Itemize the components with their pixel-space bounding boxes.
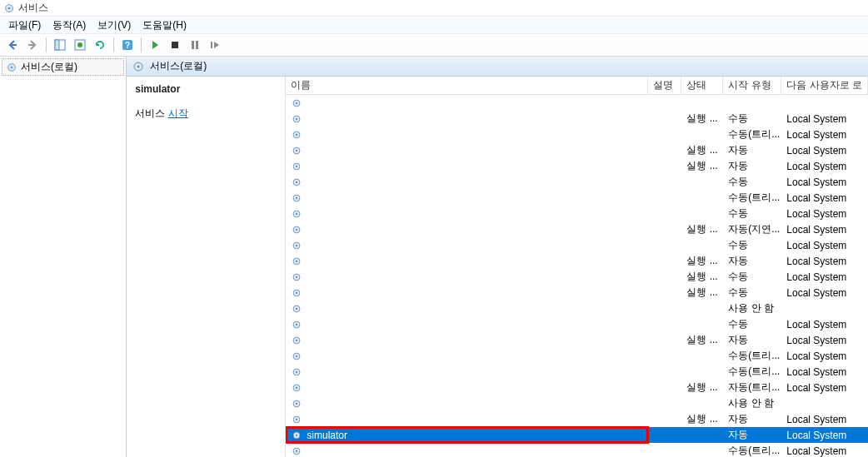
service-row[interactable]: 사용 안 함 [286,395,868,411]
tree-item-services-local[interactable]: 서비스(로컬) [2,58,124,76]
service-status-cell [681,95,723,111]
service-startup-cell: 자동 [723,427,781,443]
column-header-status[interactable]: 상태 [681,77,723,94]
svg-point-15 [137,65,140,67]
service-startup-cell: 수동(트리... [723,127,781,142]
service-row[interactable]: 사용 안 함 [286,301,868,316]
window-title: 서비스 [18,1,48,15]
service-desc-cell [648,364,681,380]
service-status-cell: 실행 ... [681,111,723,127]
service-row[interactable] [286,95,868,111]
svg-rect-8 [172,42,178,48]
service-row[interactable]: 실행 ...자동Local System [286,253,868,269]
menu-file[interactable]: 파일(F) [3,17,46,33]
service-row[interactable]: 실행 ...자동(지연...Local System [286,221,868,237]
service-desc-cell [648,158,681,174]
menu-help[interactable]: 도움말(H) [137,17,192,33]
main-header-label: 서비스(로컬) [150,59,207,73]
svg-point-13 [11,66,13,68]
gear-icon [291,287,302,299]
gear-icon [291,145,302,156]
svg-point-59 [296,434,297,435]
toolbar-restart[interactable] [206,36,224,54]
service-row[interactable]: 실행 ...수동Local System [286,285,868,301]
service-logon-cell: Local System [781,237,868,253]
service-logon-cell: Local System [781,190,868,206]
svg-point-45 [296,323,297,325]
service-row[interactable]: 수동Local System [286,174,868,190]
service-status-cell [681,127,723,142]
start-link[interactable]: 시작 [168,107,188,119]
service-row[interactable]: 실행 ...수동Local System [286,111,868,127]
toolbar-start[interactable] [146,36,164,54]
service-status-cell: 실행 ... [681,411,723,427]
toolbar-stop[interactable] [166,36,184,54]
service-logon-cell: Local System [781,364,868,380]
service-row-selected[interactable]: simulator자동Local System [286,427,868,443]
service-desc-cell [648,427,681,443]
gear-icon [291,113,302,125]
service-desc-cell [648,221,681,237]
service-desc-cell [648,95,681,111]
service-row[interactable]: 수동Local System [286,316,868,332]
title-bar: 서비스 [0,0,868,17]
menu-action[interactable]: 동작(A) [47,17,91,33]
column-header-name[interactable]: 이름 [286,77,648,94]
service-row[interactable]: 수동(트리...Local System [286,348,868,364]
service-row[interactable]: 실행 ...자동(트리...Local System [286,380,868,395]
gear-icon [291,382,302,394]
toolbar-refresh[interactable] [91,36,109,54]
service-desc-cell [648,380,681,395]
service-list[interactable]: 실행 ...수동Local System수동(트리...Local System… [286,95,868,457]
service-desc-cell [648,253,681,269]
service-row[interactable]: 실행 ...자동Local System [286,411,868,427]
service-desc-cell [648,190,681,206]
service-desc-cell [648,301,681,316]
service-logon-cell [781,95,868,111]
service-desc-cell [648,237,681,253]
column-header-description[interactable]: 설명 [648,77,681,94]
content-area: 서비스(로컬) 서비스(로컬) simulator 서비스 시작 이름 설명 [0,57,868,457]
service-startup-cell: 수동 [723,285,781,301]
service-row[interactable]: 수동Local System [286,206,868,221]
service-row[interactable]: 수동Local System [286,237,868,253]
service-row[interactable]: 수동(트리...Local System [286,190,868,206]
svg-point-1 [8,7,11,9]
toolbar-pause[interactable] [186,36,204,54]
detail-actions: 서비스 시작 [135,107,277,121]
svg-point-5 [77,42,82,47]
column-header-logon[interactable]: 다음 사용자로 로 [781,77,868,94]
svg-rect-3 [55,40,59,50]
service-startup-cell: 수동 [723,174,781,190]
service-startup-cell: 수동 [723,237,781,253]
service-row[interactable]: 실행 ...자동Local System [286,158,868,174]
service-status-cell: 실행 ... [681,285,723,301]
toolbar-show-hide-tree[interactable] [51,36,69,54]
menu-view[interactable]: 보기(V) [92,17,136,33]
service-desc-cell [648,127,681,142]
svg-point-37 [296,260,297,261]
service-row[interactable]: 수동(트리...Local System [286,443,868,457]
svg-rect-9 [192,41,194,49]
service-logon-cell: Local System [781,427,868,443]
service-name-cell: simulator [307,430,347,441]
menu-bar: 파일(F) 동작(A) 보기(V) 도움말(H) [0,17,868,33]
service-row[interactable]: 수동(트리...Local System [286,127,868,142]
service-row[interactable]: 실행 ...자동Local System [286,142,868,158]
toolbar-export-list[interactable] [71,36,89,54]
service-startup-cell: 수동(트리... [723,364,781,380]
toolbar-help[interactable]: ? [118,36,137,54]
toolbar-forward[interactable] [23,36,42,54]
service-row[interactable]: 실행 ...자동Local System [286,332,868,348]
service-status-cell [681,301,723,316]
service-desc-cell [648,395,681,411]
service-row[interactable]: 수동(트리...Local System [286,364,868,380]
service-row[interactable]: 실행 ...수동Local System [286,269,868,285]
toolbar-back[interactable] [3,36,22,54]
list-header: 이름 설명 상태 시작 유형 다음 사용자로 로 [286,77,868,95]
service-desc-cell [648,411,681,427]
toolbar-separator [113,37,114,52]
gear-icon [291,303,302,315]
column-header-startup[interactable]: 시작 유형 [723,77,781,94]
service-logon-cell: Local System [781,380,868,395]
